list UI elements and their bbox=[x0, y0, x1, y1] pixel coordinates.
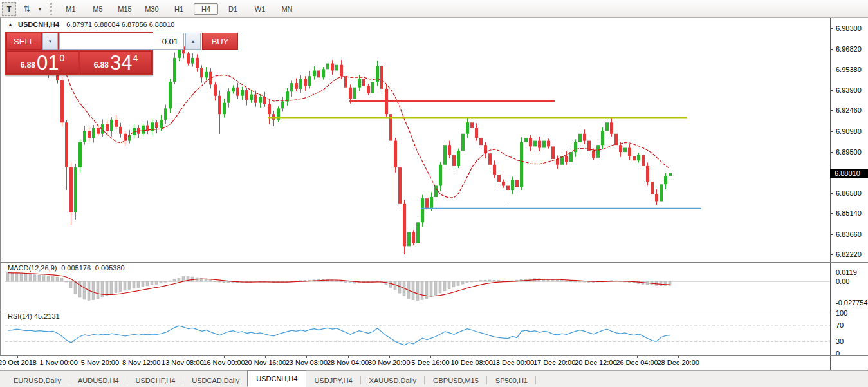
tab-gbpusd-m15[interactable]: GBPUSD,M15 bbox=[425, 373, 487, 387]
time-tick bbox=[142, 356, 142, 358]
candle-body bbox=[241, 90, 244, 96]
candle-body bbox=[317, 70, 320, 77]
time-axis: 29 Oct 20181 Nov 00:005 Nov 20:008 Nov 1… bbox=[0, 356, 830, 370]
tab-usdchf-h4[interactable]: USDCHF,H4 bbox=[127, 373, 184, 387]
candle-body bbox=[227, 91, 230, 102]
timeframe-button-m1[interactable]: M1 bbox=[59, 3, 83, 15]
timeframe-button-m15[interactable]: M15 bbox=[113, 3, 137, 15]
macd-histogram-bar bbox=[15, 274, 18, 281]
price-axis-label: 6.89500 bbox=[836, 148, 862, 156]
macd-histogram-bar bbox=[42, 276, 45, 281]
candle-body bbox=[313, 70, 316, 76]
macd-histogram-bar bbox=[11, 273, 14, 281]
timeframe-button-m5[interactable]: M5 bbox=[86, 3, 110, 15]
candle-body bbox=[633, 156, 636, 161]
volume-input[interactable] bbox=[59, 33, 184, 50]
time-axis-label: 20 Nov 16:00 bbox=[244, 359, 286, 366]
macd-histogram-bar bbox=[24, 274, 27, 281]
timeframe-button-h1[interactable]: H1 bbox=[167, 3, 191, 15]
candle-body bbox=[286, 91, 289, 101]
time-tick bbox=[555, 356, 555, 358]
macd-histogram-bar bbox=[569, 281, 572, 282]
macd-histogram-bar bbox=[556, 280, 559, 281]
timeframe-button-d1[interactable]: D1 bbox=[221, 3, 245, 15]
candle-body bbox=[452, 155, 456, 165]
macd-histogram-bar bbox=[488, 280, 491, 281]
time-axis-label: 13 Nov 08:00 bbox=[162, 359, 203, 366]
macd-histogram-bar bbox=[33, 275, 36, 281]
toolbar-grip[interactable] bbox=[50, 3, 52, 15]
macd-histogram-bar bbox=[218, 281, 221, 282]
sell-price-button[interactable]: 6.88 01 0 bbox=[6, 51, 78, 74]
macd-histogram-bar bbox=[56, 277, 59, 281]
time-tick bbox=[472, 356, 472, 358]
timeframe-button-h4[interactable]: H4 bbox=[194, 3, 218, 15]
candle-body bbox=[601, 131, 604, 145]
tab-audusd-h4[interactable]: AUDUSD,H4 bbox=[69, 373, 127, 387]
sell-button[interactable]: SELL bbox=[6, 33, 41, 50]
volume-increase-button[interactable]: ▲ bbox=[185, 33, 201, 50]
sell-price-pip: 0 bbox=[60, 53, 65, 63]
sell-price-main: 01 bbox=[37, 54, 59, 72]
candle-body bbox=[326, 64, 329, 70]
candle-body bbox=[322, 69, 325, 77]
macd-histogram-bar bbox=[142, 281, 144, 287]
time-axis-label: 5 Nov 20:00 bbox=[81, 359, 119, 366]
candle-body bbox=[596, 145, 600, 158]
candle-body bbox=[187, 53, 190, 63]
time-axis-label: 1 Nov 00:00 bbox=[40, 359, 78, 366]
price-axis-label: 6.95380 bbox=[836, 66, 862, 73]
candle-body bbox=[421, 198, 424, 222]
candle-body bbox=[628, 148, 631, 156]
macd-histogram-bar bbox=[664, 281, 667, 285]
timeframe-button-mn[interactable]: MN bbox=[275, 3, 299, 15]
timeframe-button-m30[interactable]: M30 bbox=[140, 3, 164, 15]
candle-body bbox=[142, 126, 145, 134]
current-price-tag: 6.88010 bbox=[830, 169, 868, 178]
mt4-window: T ⇅ ▾ M1M5M15M30H1H4D1W1MN ▲ USDCNH,H4 6… bbox=[0, 0, 868, 387]
candle-body bbox=[83, 131, 86, 142]
time-tick bbox=[678, 356, 679, 358]
macd-histogram-bar bbox=[578, 281, 581, 282]
volume-decrease-button[interactable]: ▼ bbox=[42, 33, 58, 50]
macd-histogram-bar bbox=[115, 281, 117, 293]
rsi-pane-splitter[interactable] bbox=[0, 310, 868, 310]
time-axis-label: 23 Nov 08:00 bbox=[286, 359, 328, 366]
tab-sp500-h1[interactable]: SP500,H1 bbox=[487, 373, 536, 387]
macd-histogram-bar bbox=[457, 281, 459, 285]
tab-eurusd-daily[interactable]: EURUSD,Daily bbox=[5, 373, 69, 387]
candle-body bbox=[646, 166, 649, 182]
time-tick bbox=[100, 356, 100, 358]
candle-body bbox=[497, 175, 501, 182]
candle-body bbox=[268, 104, 271, 114]
macd-histogram-bar bbox=[106, 281, 108, 296]
candle-body bbox=[448, 145, 451, 155]
candle-body bbox=[263, 97, 266, 104]
tab-xauusd-daily[interactable]: XAUUSD,Daily bbox=[361, 373, 425, 387]
buy-button[interactable]: BUY bbox=[202, 33, 238, 50]
text-label-tool-button[interactable]: T bbox=[2, 2, 16, 16]
candle-body bbox=[160, 120, 163, 128]
candle-body bbox=[412, 232, 415, 243]
macd-pane-splitter[interactable] bbox=[0, 262, 868, 263]
candle-body bbox=[245, 90, 248, 100]
buy-price-button[interactable]: 6.88 34 4 bbox=[80, 51, 152, 74]
candle-body bbox=[295, 83, 298, 89]
arrows-sort-icon[interactable]: ⇅ bbox=[19, 3, 35, 15]
timeframe-group: M1M5M15M30H1H4D1W1MN bbox=[57, 3, 300, 15]
timeframe-button-w1[interactable]: W1 bbox=[248, 3, 272, 15]
tab-usdjpy-h4[interactable]: USDJPY,H4 bbox=[306, 373, 360, 387]
price-axis-label: 6.98300 bbox=[836, 24, 862, 32]
macd-histogram-bar bbox=[69, 281, 72, 288]
tab-usdcnh-h4[interactable]: USDCNH,H4 bbox=[247, 370, 306, 387]
price-axis-label: 6.85140 bbox=[836, 209, 862, 217]
candle-body bbox=[488, 153, 492, 164]
macd-histogram-bar bbox=[214, 281, 216, 282]
chevron-down-icon[interactable]: ▾ bbox=[36, 6, 44, 12]
collapse-triangle-icon[interactable]: ▲ bbox=[8, 22, 13, 28]
candle-body bbox=[371, 82, 374, 93]
time-axis-label: 5 Dec 16:00 bbox=[411, 359, 449, 366]
price-axis-label: 6.90980 bbox=[836, 127, 862, 135]
tab-usdcad-daily[interactable]: USDCAD,Daily bbox=[183, 373, 248, 387]
sell-price-prefix: 6.88 bbox=[21, 61, 35, 70]
